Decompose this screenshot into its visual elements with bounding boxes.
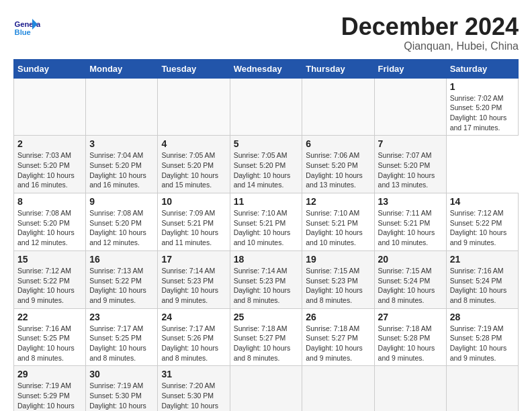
day-info: Sunrise: 7:11 AMSunset: 5:21 PMDaylight:… <box>378 208 443 248</box>
day-info: Sunrise: 7:02 AMSunset: 5:20 PMDaylight:… <box>450 93 515 133</box>
svg-text:Blue: Blue <box>15 28 31 36</box>
day-info: Sunrise: 7:10 AMSunset: 5:21 PMDaylight:… <box>234 208 299 248</box>
day-info: Sunrise: 7:19 AMSunset: 5:28 PMDaylight:… <box>450 324 515 363</box>
day-info: Sunrise: 7:15 AMSunset: 5:23 PMDaylight:… <box>306 266 370 306</box>
daylight: Daylight: 10 hours and 9 minutes. <box>378 344 435 362</box>
day-number: 14 <box>450 196 515 207</box>
sunset: Sunset: 5:21 PM <box>378 219 431 227</box>
sunrise: Sunrise: 7:18 AM <box>306 324 359 332</box>
daylight: Daylight: 10 hours and 17 minutes. <box>450 113 507 132</box>
calendar-cell: 7Sunrise: 7:07 AMSunset: 5:20 PMDaylight… <box>374 136 446 193</box>
sunrise: Sunrise: 7:19 AM <box>89 381 143 390</box>
day-number: 22 <box>17 312 82 322</box>
daylight: Daylight: 10 hours and 10 minutes. <box>306 228 363 246</box>
day-number: 26 <box>306 312 370 322</box>
daylight: Daylight: 10 hours and 8 minutes. <box>306 286 363 304</box>
sunrise: Sunrise: 7:08 AM <box>89 209 143 217</box>
sunset: Sunset: 5:20 PM <box>17 161 70 169</box>
day-info: Sunrise: 7:05 AMSunset: 5:20 PMDaylight:… <box>234 150 299 190</box>
calendar-cell <box>14 78 86 136</box>
sunrise: Sunrise: 7:13 AM <box>89 267 143 275</box>
sunrise: Sunrise: 7:08 AM <box>17 209 71 217</box>
day-number: 18 <box>234 254 299 265</box>
calendar-cell: 27Sunrise: 7:18 AMSunset: 5:28 PMDayligh… <box>374 308 446 366</box>
header-tuesday: Tuesday <box>158 59 230 78</box>
sunset: Sunset: 5:30 PM <box>161 392 214 400</box>
day-number: 15 <box>17 254 82 265</box>
sunrise: Sunrise: 7:12 AM <box>17 267 71 275</box>
day-number: 27 <box>378 312 443 322</box>
sunset: Sunset: 5:27 PM <box>234 334 286 342</box>
calendar-cell: 21Sunrise: 7:16 AMSunset: 5:24 PMDayligh… <box>446 250 518 308</box>
sunrise: Sunrise: 7:18 AM <box>378 324 432 332</box>
sunset: Sunset: 5:21 PM <box>234 219 286 227</box>
calendar-cell: 3Sunrise: 7:04 AMSunset: 5:20 PMDaylight… <box>86 136 158 193</box>
calendar-cell: 22Sunrise: 7:16 AMSunset: 5:25 PMDayligh… <box>14 308 86 366</box>
sunrise: Sunrise: 7:10 AM <box>234 209 287 217</box>
day-info: Sunrise: 7:20 AMSunset: 5:30 PMDaylight:… <box>161 381 226 411</box>
daylight: Daylight: 10 hours and 8 minutes. <box>89 344 146 362</box>
calendar-cell: 11Sunrise: 7:10 AMSunset: 5:21 PMDayligh… <box>230 193 302 251</box>
sunset: Sunset: 5:23 PM <box>234 277 286 285</box>
day-info: Sunrise: 7:06 AMSunset: 5:20 PMDaylight:… <box>306 150 370 190</box>
calendar-week-4: 22Sunrise: 7:16 AMSunset: 5:25 PMDayligh… <box>14 308 519 366</box>
day-number: 2 <box>17 138 82 149</box>
sunrise: Sunrise: 7:17 AM <box>161 324 215 332</box>
sunset: Sunset: 5:22 PM <box>450 219 502 227</box>
title-block: December 2024 Qianquan, Hubei, China <box>341 13 519 52</box>
day-number: 11 <box>234 196 299 207</box>
daylight: Daylight: 10 hours and 14 minutes. <box>234 171 291 189</box>
sunrise: Sunrise: 7:02 AM <box>450 94 504 102</box>
sunset: Sunset: 5:23 PM <box>306 277 358 285</box>
calendar-cell: 6Sunrise: 7:06 AMSunset: 5:20 PMDaylight… <box>302 136 374 193</box>
day-number: 1 <box>450 81 515 92</box>
calendar-cell: 8Sunrise: 7:08 AMSunset: 5:20 PMDaylight… <box>14 193 86 251</box>
day-info: Sunrise: 7:17 AMSunset: 5:26 PMDaylight:… <box>161 324 226 363</box>
day-info: Sunrise: 7:17 AMSunset: 5:25 PMDaylight:… <box>89 324 154 363</box>
calendar-cell <box>302 78 374 136</box>
day-info: Sunrise: 7:10 AMSunset: 5:21 PMDaylight:… <box>306 208 370 248</box>
sunset: Sunset: 5:25 PM <box>89 334 142 342</box>
daylight: Daylight: 10 hours and 12 minutes. <box>89 228 146 246</box>
calendar-cell: 16Sunrise: 7:13 AMSunset: 5:22 PMDayligh… <box>86 250 158 308</box>
header-friday: Friday <box>374 59 446 78</box>
calendar-cell: 31Sunrise: 7:20 AMSunset: 5:30 PMDayligh… <box>158 366 230 411</box>
day-number: 31 <box>161 369 226 379</box>
location: Qianquan, Hubei, China <box>341 40 519 52</box>
header-thursday: Thursday <box>302 59 374 78</box>
daylight: Daylight: 10 hours and 9 minutes. <box>306 344 363 362</box>
sunset: Sunset: 5:21 PM <box>306 219 358 227</box>
sunrise: Sunrise: 7:14 AM <box>234 267 287 275</box>
sunrise: Sunrise: 7:18 AM <box>234 324 287 332</box>
calendar-week-1: 2Sunrise: 7:03 AMSunset: 5:20 PMDaylight… <box>14 136 519 193</box>
sunset: Sunset: 5:24 PM <box>450 277 502 285</box>
calendar-cell: 10Sunrise: 7:09 AMSunset: 5:21 PMDayligh… <box>158 193 230 251</box>
sunrise: Sunrise: 7:15 AM <box>306 267 359 275</box>
sunrise: Sunrise: 7:06 AM <box>306 151 359 159</box>
daylight: Daylight: 10 hours and 8 minutes. <box>17 344 75 362</box>
day-number: 30 <box>89 369 154 379</box>
day-info: Sunrise: 7:12 AMSunset: 5:22 PMDaylight:… <box>450 208 515 248</box>
day-info: Sunrise: 7:08 AMSunset: 5:20 PMDaylight:… <box>89 208 154 248</box>
calendar-cell <box>374 366 446 411</box>
calendar-week-5: 29Sunrise: 7:19 AMSunset: 5:29 PMDayligh… <box>14 366 519 411</box>
sunrise: Sunrise: 7:05 AM <box>161 151 215 159</box>
day-number: 12 <box>306 196 370 207</box>
logo: General Blue <box>13 13 43 40</box>
day-number: 3 <box>89 138 154 149</box>
sunrise: Sunrise: 7:03 AM <box>17 151 71 159</box>
sunset: Sunset: 5:20 PM <box>161 161 214 169</box>
day-info: Sunrise: 7:18 AMSunset: 5:27 PMDaylight:… <box>306 324 370 363</box>
sunset: Sunset: 5:20 PM <box>89 219 142 227</box>
sunset: Sunset: 5:29 PM <box>17 392 70 400</box>
sunset: Sunset: 5:20 PM <box>378 161 431 169</box>
day-number: 28 <box>450 312 515 322</box>
calendar-cell: 17Sunrise: 7:14 AMSunset: 5:23 PMDayligh… <box>158 250 230 308</box>
day-number: 6 <box>306 138 370 149</box>
sunrise: Sunrise: 7:20 AM <box>161 381 215 390</box>
day-number: 19 <box>306 254 370 265</box>
calendar-cell <box>446 366 518 411</box>
calendar-cell: 30Sunrise: 7:19 AMSunset: 5:30 PMDayligh… <box>86 366 158 411</box>
calendar-cell <box>230 78 302 136</box>
day-number: 20 <box>378 254 443 265</box>
